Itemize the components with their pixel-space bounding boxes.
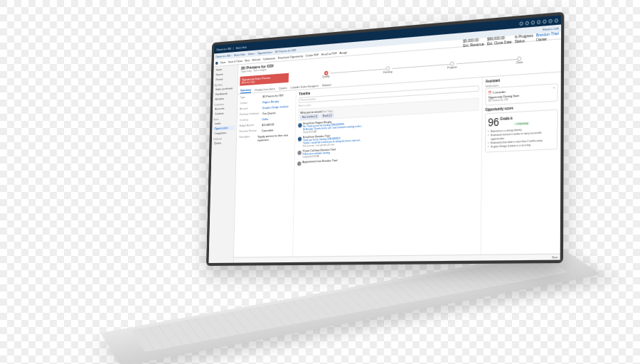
summary-field-value[interactable]: Dollar <box>262 117 268 122</box>
timeline-filter-pill[interactable]: New activities (1) <box>300 114 319 120</box>
summary-field-value[interactable]: Graphic Design Institute <box>262 105 289 109</box>
form-tab[interactable]: Quotes <box>279 86 287 91</box>
cmd-new[interactable]: New <box>245 58 250 62</box>
summary-field-value: This Quarter <box>262 111 275 115</box>
appt-icon <box>297 161 301 166</box>
sidebar-item[interactable]: Competitors <box>213 130 235 136</box>
summary-field-value: $15,000.00 <box>262 122 274 127</box>
cmd-assign[interactable]: Assign <box>339 50 347 55</box>
sidebar-item[interactable]: Quotes <box>213 140 235 146</box>
breadcrumb-item[interactable]: Opportunities <box>257 50 274 55</box>
add-icon[interactable] <box>531 20 535 24</box>
summary-fields-column: Topic3D Printers for GDIContactRegina Mu… <box>234 90 297 257</box>
user-avatar-icon[interactable] <box>555 18 558 23</box>
cmd-refresh[interactable]: Refresh <box>252 58 260 62</box>
opportunity-score-card: 96 Grade A ↗ Improving Education is a st… <box>485 109 558 153</box>
summary-field-value: 3D Printers for GDI <box>262 93 283 98</box>
save-icon <box>215 61 218 64</box>
cmd-reactivate[interactable]: Reactivate Opportunity <box>278 54 303 60</box>
sidebar-item[interactable]: Pinned <box>215 76 237 82</box>
assistant-icon[interactable] <box>526 21 529 25</box>
call-icon <box>297 151 301 155</box>
laptop-screen-bezel: Dynamics 365 | Sales Hub Dynamics 365 Sa… <box>206 12 564 266</box>
app-area[interactable]: Sales Hub <box>235 45 247 49</box>
bpf-stage[interactable]: Close <box>488 54 553 67</box>
cmd-save-close[interactable]: Save & Close <box>228 59 242 64</box>
bpf-stage[interactable]: Propose <box>422 59 484 71</box>
cmd-collaborate[interactable]: Collaborate <box>263 56 276 60</box>
bpf-stage[interactable]: Qualify <box>298 69 355 80</box>
score-value: 96 <box>488 116 499 129</box>
timeline-column: Timeline Search timeline Enter a note...… <box>293 77 483 257</box>
laptop-base <box>100 249 602 364</box>
filter-icon[interactable] <box>537 20 540 24</box>
sidebar-item[interactable]: Activities <box>214 96 236 102</box>
settings-icon[interactable] <box>543 19 546 23</box>
sidebar-item[interactable]: Contacts <box>213 111 235 117</box>
help-icon[interactable] <box>548 18 552 23</box>
email-icon <box>298 123 302 127</box>
laptop-mockup: Dynamics 365 | Sales Hub Dynamics 365 Sa… <box>28 11 612 353</box>
summary-field-value[interactable]: Regina Murphy <box>262 100 279 105</box>
app-name[interactable]: Dynamics 365 <box>216 46 231 51</box>
cmd-email-pdf[interactable]: Email as PDF <box>321 51 337 56</box>
app-window: Dynamics 365 | Sales Hub Dynamics 365 Sa… <box>208 15 561 263</box>
footer-save-button[interactable]: Save <box>552 255 558 259</box>
timeline-filter-pill[interactable]: Emails (1) <box>321 113 334 118</box>
score-trend-chip: ↗ Improving <box>513 122 529 126</box>
breadcrumb-item[interactable]: Sales Hub <box>234 53 247 57</box>
summary-field-value: Supply printers for their new expansion. <box>257 133 292 142</box>
summary-field: DescriptionSupply printers for their new… <box>239 133 292 143</box>
breadcrumb-item[interactable]: Sales <box>248 52 256 56</box>
score-grade: Grade A <box>500 117 513 121</box>
email-icon <box>298 136 302 141</box>
form-tab[interactable]: Summary <box>240 88 252 94</box>
form-tab[interactable]: Related <box>322 83 331 88</box>
cmd-create-pdf[interactable]: Create PDF <box>306 53 319 58</box>
assistant-column: Assistant Notifications ⏰ 1 reminder ⌃ O… <box>481 72 561 254</box>
cmd-save[interactable]: Save <box>220 60 226 65</box>
summary-field-value: Committee <box>262 128 274 132</box>
bpf-stage[interactable]: Develop <box>358 64 417 76</box>
search-icon[interactable] <box>520 21 523 26</box>
breadcrumb-item[interactable]: Dynamics 365 <box>215 53 233 58</box>
expand-icon[interactable]: ⌃ <box>553 87 555 91</box>
